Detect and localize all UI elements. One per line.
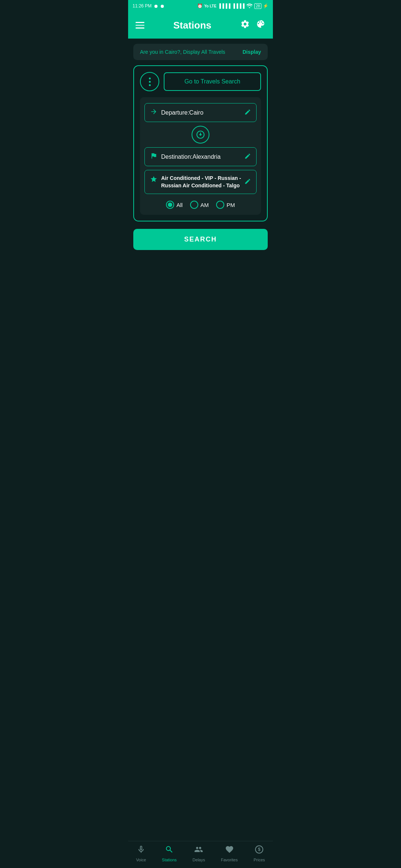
hamburger-line-3 [136,27,144,29]
header: Stations [128,12,273,39]
dot-1 [149,78,151,79]
departure-row[interactable]: Departure:Cairo [144,103,257,122]
battery-icon: 28 [254,3,261,9]
display-button[interactable]: Display [242,49,261,55]
destination-edit-icon[interactable] [244,153,251,161]
hamburger-line-2 [136,25,144,26]
departure-left: Departure:Cairo [150,108,203,117]
three-dots-inner [149,78,151,86]
bus-types-text: Air Conditioned - VIP - Russian - Russia… [161,175,244,189]
signal2-icon: ▐▐▐▐ [232,3,245,9]
departure-edit-icon[interactable] [244,109,251,117]
destination-text: Destination:Alexandria [161,154,221,160]
page-title: Stations [173,20,212,31]
bus-types-edit-icon[interactable] [244,178,251,186]
media-icon: ⏺ ⏺ [154,3,165,9]
theme-icon[interactable] [256,19,265,31]
lte-icon: Yo LTE [204,4,216,8]
signal-icon: ▐▐▐▐ [218,3,231,9]
radio-pm-label: PM [226,202,235,208]
hamburger-line-1 [136,22,144,23]
radio-all[interactable]: All [166,201,183,209]
star-icon [150,175,157,185]
bus-types-left: Air Conditioned - VIP - Russian - Russia… [150,175,244,189]
radio-all-label: All [176,202,183,208]
radio-am-circle [190,201,198,209]
dot-3 [149,84,151,86]
main-card: Go to Travels Search Departure:Cairo [133,65,268,221]
travels-search-button[interactable]: Go to Travels Search [164,72,261,91]
bus-types-row[interactable]: Air Conditioned - VIP - Russian - Russia… [144,170,257,194]
swap-button[interactable] [192,126,209,144]
settings-icon[interactable] [240,19,250,31]
alarm-icon: ⏰ [197,3,203,9]
status-bar: 11:26 PM ⏺ ⏺ ⏰ Yo LTE ▐▐▐▐ ▐▐▐▐ 28 ⚡ [128,0,273,12]
radio-pm[interactable]: PM [216,201,235,209]
radio-pm-circle [216,201,224,209]
content-area: Are you in Cairo?, Display All Travels D… [128,44,273,302]
departure-icon [150,108,157,117]
status-left: 11:26 PM ⏺ ⏺ [133,3,165,9]
swap-row [144,122,257,147]
wifi-icon [246,3,253,9]
departure-text: Departure:Cairo [161,109,203,116]
destination-icon [150,152,157,161]
status-right: ⏰ Yo LTE ▐▐▐▐ ▐▐▐▐ 28 ⚡ [197,3,268,9]
charging-icon: ⚡ [263,3,268,9]
more-options-button[interactable] [140,72,159,91]
status-time: 11:26 PM [133,3,151,9]
radio-am[interactable]: AM [190,201,209,209]
destination-left: Destination:Alexandria [150,152,221,161]
radio-am-label: AM [200,202,209,208]
menu-button[interactable] [136,22,144,29]
dot-2 [149,81,151,83]
search-button[interactable]: SEARCH [133,229,268,250]
radio-all-inner [168,203,172,207]
header-actions [240,19,265,31]
time-filter-row: All AM PM [144,201,257,209]
form-card: Departure:Cairo [140,97,261,215]
destination-row[interactable]: Destination:Alexandria [144,147,257,166]
travels-row: Go to Travels Search [140,72,261,91]
radio-all-circle [166,201,174,209]
location-text: Are you in Cairo?, Display All Travels [140,49,225,55]
location-banner: Are you in Cairo?, Display All Travels D… [133,44,268,60]
